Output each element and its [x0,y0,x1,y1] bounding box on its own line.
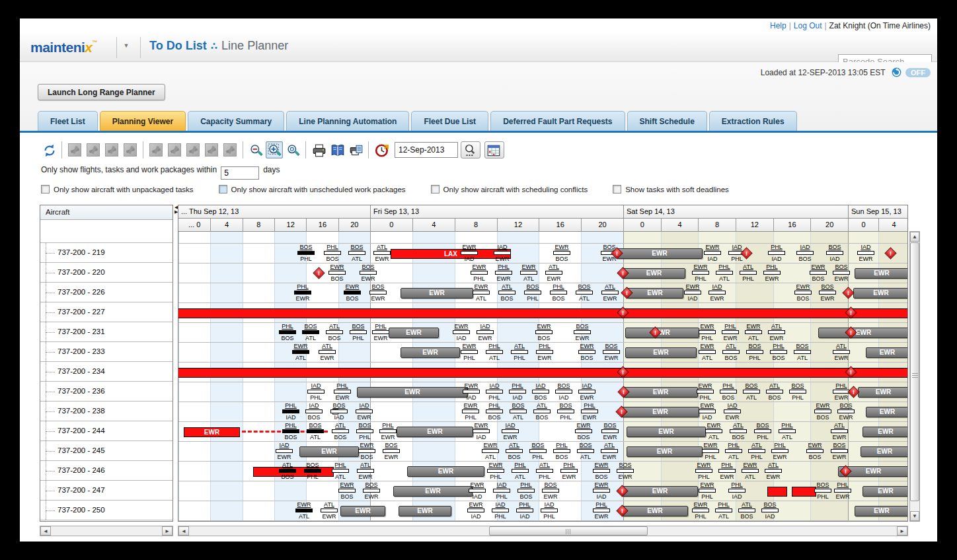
nav-menu-caret[interactable]: ▼ [118,42,135,54]
flight-segment[interactable]: EWRBOS [576,343,598,363]
flight-segment[interactable]: EWRBOS [807,263,829,283]
flight-segment[interactable]: PHLBOS [276,323,299,343]
flight-bar[interactable] [516,508,533,512]
flight-bar[interactable] [716,271,733,275]
flight-bar[interactable] [697,390,714,394]
flight-segment[interactable]: PHLEWR [716,462,738,481]
aircraft-row[interactable]: 737-200 - 247 [40,481,172,501]
zoom-region-button[interactable] [266,141,283,158]
flight-segment[interactable]: BOSEWR [614,462,636,481]
flight-bar[interactable] [350,330,367,334]
flight-segment[interactable]: PHLIAD [765,244,788,263]
flight-bar[interactable] [467,508,484,512]
flight-segment[interactable]: EWRBOS [812,402,834,422]
flight-bar[interactable] [495,271,512,275]
flight-bar[interactable] [695,469,712,473]
flight-bar[interactable] [533,409,551,413]
flight-segment[interactable]: BOSATL [346,244,368,263]
flight-bar[interactable] [486,350,503,354]
work-package-bar[interactable]: EWR [397,427,473,437]
flight-segment[interactable]: IADEWR [855,244,877,263]
aircraft-row[interactable]: 737-200 - 244 [40,421,172,441]
flight-bar[interactable] [833,350,850,354]
flight-segment[interactable]: PHLEWR [533,343,556,363]
flight-bar[interactable] [512,469,529,473]
flight-segment[interactable]: PHLBOS [483,402,506,422]
conflict-bar[interactable] [767,487,787,497]
flight-bar[interactable] [276,449,293,453]
flight-bar[interactable] [771,449,788,453]
clock-event-button[interactable] [373,141,390,158]
flight-bar[interactable] [358,449,375,453]
flight-bar[interactable] [510,409,527,413]
flight-bar[interactable] [524,291,541,295]
flight-bar[interactable] [819,291,836,295]
flight-segment[interactable]: ATLBOS [329,422,352,442]
flight-segment[interactable]: EWRATL [479,442,502,462]
flight-bar[interactable] [814,409,831,413]
flight-bar[interactable] [279,330,296,334]
flight-segment[interactable]: ATLBOS [503,442,525,462]
flight-segment[interactable]: BOSEWR [600,343,623,363]
flight-segment[interactable]: BOSPHL [527,442,549,462]
aircraft-column-header[interactable]: Aircraft [40,205,172,220]
flight-segment[interactable]: ATLBOS [496,283,518,303]
flight-bar[interactable] [692,508,709,512]
flight-segment[interactable]: BOSATL [507,402,529,422]
aircraft-row[interactable]: 737-200 - 250 [40,501,172,520]
flight-segment[interactable]: ATLBOS [276,462,299,481]
flight-segment[interactable]: IADPHL [490,481,513,501]
tab-deferred-fault-part-requests[interactable]: Deferred Fault Part Requests [490,111,625,131]
aircraft-row[interactable]: 737-200 - 227 [40,302,172,322]
flight-segment[interactable]: ATLBOS [531,402,553,422]
scroll-down-button[interactable]: ▼ [910,511,919,521]
flight-bar[interactable] [332,469,349,473]
flight-segment[interactable]: EWRPHL [689,501,712,521]
flight-bar[interactable] [482,449,499,453]
flight-bar[interactable] [493,489,510,493]
flight-segment[interactable]: BOSPHL [347,323,369,343]
flight-segment[interactable]: PHLATL [722,442,745,462]
flight-bar[interactable] [806,449,823,453]
flight-segment[interactable]: EWRPHL [484,462,507,481]
flight-segment[interactable]: PHLEWR [831,481,854,501]
print-preview-button[interactable] [347,141,364,158]
flight-segment[interactable]: IADEWR [721,402,744,422]
tab-capacity-summary[interactable]: Capacity Summary [188,111,284,131]
flight-bar[interactable] [330,409,348,413]
flight-bar[interactable] [369,291,387,295]
flight-bar[interactable] [715,508,732,512]
flight-bar[interactable] [307,429,324,433]
flight-segment[interactable]: BOSEWR [816,283,839,303]
flight-segment[interactable]: IADEWR [499,422,521,442]
flight-segment[interactable]: EWRATL [703,422,725,442]
work-package-bar[interactable]: EWR [625,328,699,338]
flight-segment[interactable]: PHLEWR [719,323,742,343]
work-package-bar[interactable]: EWR [617,248,703,259]
flight-bar[interactable] [486,409,503,413]
flight-bar[interactable] [542,489,559,493]
flight-bar[interactable] [282,409,299,413]
flight-segment[interactable]: EWRPHL [459,402,482,422]
collapse-right-icon[interactable]: ▶ [174,209,177,214]
flight-segment[interactable]: BOSPHL [354,422,376,442]
flight-bar[interactable] [699,489,716,493]
flight-bar[interactable] [321,508,338,512]
scroll-right-button[interactable]: ► [162,526,172,536]
flight-bar[interactable] [593,469,610,473]
flight-bar[interactable] [718,469,736,473]
flight-segment[interactable]: PHLEWR [769,442,791,462]
flight-segment[interactable]: ATLEWR [371,244,393,263]
flight-segment[interactable]: BOSPHL [521,283,544,303]
flight-segment[interactable]: ATLPHL [508,343,531,363]
flight-bar[interactable] [360,271,377,275]
flight-bar[interactable] [462,409,479,413]
work-package-bar[interactable]: EWR [853,288,908,298]
flight-segment[interactable]: ATLBOS [763,382,786,402]
flight-segment[interactable]: ATLEWR [599,283,621,303]
flight-bar[interactable] [722,330,739,334]
flight-bar[interactable] [742,469,759,473]
flight-bar[interactable] [768,330,785,334]
conflict-bar[interactable]: EWR [184,427,240,437]
flight-segment[interactable]: BOSPHL [786,382,809,402]
